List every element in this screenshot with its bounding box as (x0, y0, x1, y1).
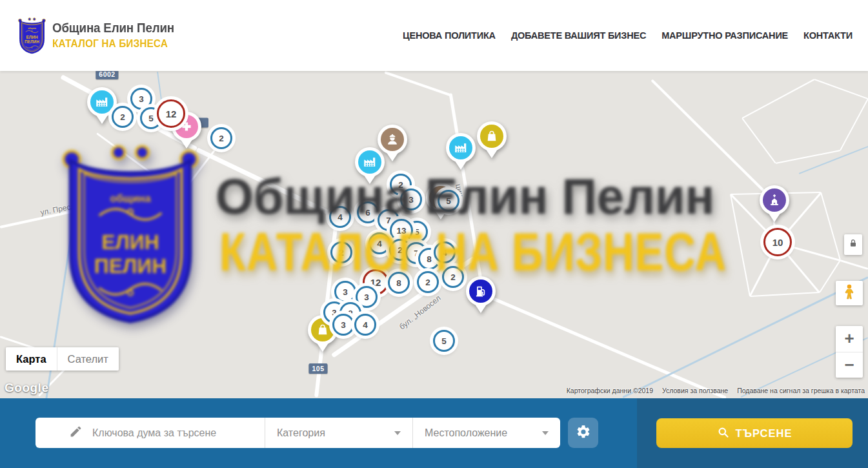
google-logo[interactable]: Google (5, 381, 48, 395)
cluster-marker[interactable]: 2 (442, 266, 464, 288)
nav-item-contacts[interactable]: КОНТАКТИ (803, 30, 853, 41)
main-nav: ЦЕНОВА ПОЛИТИКА ДОБАВЕТЕ ВАШИЯТ БИЗНЕС М… (403, 0, 853, 71)
street-view-lock-button[interactable] (844, 234, 862, 255)
road-shield-label: 105 (308, 363, 327, 374)
cluster-marker[interactable]: 6 (357, 201, 379, 223)
location-select-label: Местоположение (425, 427, 507, 439)
zoom-control: + − (836, 326, 863, 378)
road-line (742, 79, 815, 119)
road-line (742, 117, 776, 163)
road-line (840, 259, 868, 269)
attribution-terms-link[interactable]: Условия за ползване (662, 387, 728, 394)
cluster-marker[interactable]: 12 (157, 99, 185, 128)
map-type-control: Карта Сателит (6, 347, 119, 371)
nav-item-add-business[interactable]: ДОБАВЕТЕ ВАШИЯТ БИЗНЕС (511, 30, 646, 41)
cluster-marker[interactable]: 4 (329, 206, 351, 228)
cluster-marker[interactable]: 3 (334, 281, 356, 303)
road-line (730, 194, 751, 296)
location-select[interactable]: Местоположение (412, 418, 560, 448)
svg-text:ЕЛИН: ЕЛИН (26, 35, 37, 39)
pegman-icon (841, 283, 858, 303)
cluster-marker[interactable]: 3 (130, 88, 152, 110)
pencil-icon (69, 425, 83, 441)
cluster-marker[interactable]: 5 (433, 330, 455, 352)
road-line (384, 71, 452, 97)
site-logo[interactable]: община ЕЛИН ПЕЛИН Община Елин Пелин КАТА… (17, 16, 182, 54)
category-select[interactable]: Категория (265, 418, 412, 448)
map-pin-factory[interactable] (446, 133, 476, 163)
site-header: община ЕЛИН ПЕЛИН Община Елин Пелин КАТА… (0, 0, 868, 71)
attribution-data: Картографски данни ©2019 (567, 387, 653, 394)
map-canvas[interactable]: община ЕЛИН ПЕЛИН Община Елин Пелин КАТА… (0, 71, 868, 398)
road-line (196, 147, 338, 218)
cluster-marker[interactable]: 5 (438, 190, 459, 212)
road-line (96, 132, 181, 195)
zoom-in-button[interactable]: + (836, 326, 863, 352)
search-button-label: ТЪРСЕНЕ (736, 427, 792, 440)
municipality-crest-icon: община ЕЛИН ПЕЛИН (17, 16, 47, 54)
search-bar: Категория Местоположение ТЪРСЕНЕ (0, 398, 868, 468)
map-pin-fuel[interactable] (466, 276, 496, 306)
svg-text:ПЕЛИН: ПЕЛИН (94, 254, 167, 278)
cluster-marker[interactable]: 4 (354, 314, 376, 336)
watermark-crest-logo: община ЕЛИН ПЕЛИН (56, 138, 205, 325)
brand-title: Община Елин Пелин (52, 21, 174, 36)
cluster-marker[interactable]: 2 (210, 127, 232, 149)
brand-subtitle: КАТАЛОГ НА БИЗНЕСА (52, 37, 169, 50)
svg-text:ПЕЛИН: ПЕЛИН (25, 39, 39, 44)
cluster-marker[interactable]: 2 (417, 271, 439, 293)
road-line (750, 292, 820, 297)
road-line (814, 79, 868, 99)
search-submit-button[interactable]: ТЪРСЕНЕ (656, 418, 853, 448)
keyword-section (35, 418, 265, 448)
search-field-group: Категория Местоположение (35, 418, 560, 448)
chevron-down-icon (542, 431, 549, 435)
gear-icon (576, 424, 591, 442)
keyword-search-input[interactable] (91, 427, 229, 440)
zoom-out-button[interactable]: − (836, 352, 863, 378)
river-line (622, 276, 868, 398)
advanced-search-gear-button[interactable] (568, 418, 598, 448)
attribution-report-link[interactable]: Подаване на сигнал за грешка в картата (737, 387, 865, 394)
nav-item-pricing[interactable]: ЦЕНОВА ПОЛИТИКА (403, 30, 496, 41)
lock-icon (848, 238, 858, 251)
cluster-marker[interactable]: 2 (112, 106, 134, 128)
cluster-marker[interactable]: 10 (763, 228, 792, 256)
cluster-marker[interactable]: 4 (434, 241, 456, 263)
street-name-label: бул. „Новосел (398, 294, 443, 332)
chevron-down-icon (394, 431, 401, 435)
page-root: община ЕЛИН ПЕЛИН Община Елин Пелин КАТА… (0, 0, 868, 468)
category-select-label: Категория (277, 427, 325, 439)
river-line (799, 146, 868, 174)
cluster-marker[interactable]: 2 (330, 241, 352, 263)
cluster-marker[interactable]: 3 (400, 188, 422, 210)
map-pin-church[interactable] (760, 185, 789, 215)
svg-text:ЕЛИН: ЕЛИН (101, 230, 159, 254)
search-icon (717, 426, 729, 441)
nav-item-route-schedule[interactable]: МАРШРУТНО РАЗПИСАНИЕ (661, 30, 788, 41)
map-pin-bag[interactable] (477, 121, 507, 151)
map-type-satellite-button[interactable]: Сателит (57, 347, 119, 371)
pegman-button[interactable] (836, 281, 863, 305)
svg-text:община: община (28, 27, 36, 30)
cluster-marker[interactable]: 4 (368, 232, 390, 254)
cluster-marker[interactable]: 8 (388, 272, 410, 294)
cluster-marker[interactable]: 3 (356, 286, 378, 308)
map-attribution: Картографски данни ©2019 Условия за полз… (567, 387, 865, 394)
cluster-marker[interactable]: 3 (332, 314, 354, 336)
road-shield-label: 6002 (96, 71, 118, 79)
map-pin-worker[interactable] (378, 125, 407, 154)
map-type-map-button[interactable]: Карта (6, 347, 57, 371)
road-line (651, 79, 770, 197)
road-line (840, 99, 868, 151)
road-line (820, 192, 841, 261)
road-line (480, 292, 727, 398)
